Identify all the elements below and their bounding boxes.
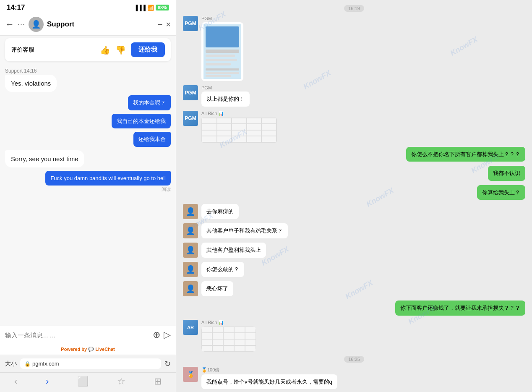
bubble-col: 你算给我头上？ <box>477 185 525 200</box>
bottom-nav: ‹ › ⬜ ☆ ⊞ <box>0 372 176 392</box>
avatar-icon: PGM <box>185 21 196 26</box>
image-bubble <box>201 327 256 352</box>
tc <box>212 327 223 333</box>
size-label: 大小 <box>5 360 17 368</box>
avatar-icon: 👤 <box>186 207 195 216</box>
bubble: 我能点号，给个v号就能凤好几天或者永久，需要的q <box>201 374 337 389</box>
bubble: 去你麻痹的 <box>201 204 239 219</box>
sender-label: Support 14:16 <box>5 68 37 74</box>
status-bar: 14:17 ▐▐▐ 📶 88% <box>0 0 176 13</box>
svg-rect-8 <box>206 75 231 77</box>
bubble-col: PGM <box>201 16 243 81</box>
bubble: 你算给我头上？ <box>477 185 525 200</box>
minimize-button[interactable]: − <box>158 20 163 29</box>
tabs-button[interactable]: ⊞ <box>154 376 162 387</box>
table-cell <box>217 118 232 124</box>
message-row: 你怎么不把你名下所有客户都算我头上？？？ <box>183 147 525 162</box>
message-row: 你下面客户还赚钱了，就要让我来承担损失？？？ <box>183 301 525 316</box>
sender-name: 🏅100倍 <box>201 367 337 373</box>
lock-icon: 🔒 <box>24 361 31 367</box>
url-text: pgmfx.com <box>32 361 59 367</box>
send-button[interactable]: ▷ <box>164 329 171 340</box>
bubble: 恶心坏了 <box>201 281 233 296</box>
tc <box>223 333 234 339</box>
rating-bar: 评价客服 👍 👎 还给我 <box>5 38 171 61</box>
image-placeholder <box>203 24 241 79</box>
tc <box>223 339 234 345</box>
tc <box>223 345 234 352</box>
message-row: AR All Rich 📊 <box>183 320 525 352</box>
avatar: AR <box>183 320 198 335</box>
brand-name: LiveChat <box>95 347 115 352</box>
bubble: 其他客户单子和我有鸡毛关系？ <box>201 223 288 238</box>
url-bar: 大小 🔒 pgmfx.com ↻ <box>0 355 176 372</box>
message-row: 👤 去你麻痹的 <box>183 204 525 219</box>
refresh-button[interactable]: ↻ <box>164 359 171 368</box>
thumbdown-button[interactable]: 👎 <box>115 45 126 55</box>
avatar-icon: 👤 <box>31 20 41 29</box>
bubble: 我自己的本金还给我 <box>112 114 171 129</box>
battery-badge: 88% <box>156 5 169 10</box>
table-cell <box>217 136 232 142</box>
back-nav-button[interactable]: ‹ <box>14 376 17 387</box>
svg-rect-6 <box>206 68 239 71</box>
table-cell <box>247 124 262 130</box>
bubble: 你下面客户还赚钱了，就要让我来承担损失？？？ <box>395 301 525 316</box>
bubble-col: PGM 以上都是你的！ <box>201 85 250 107</box>
tc <box>223 327 234 333</box>
table-cell <box>247 130 262 136</box>
signal-icon: ▐▐▐ <box>134 5 146 11</box>
tc <box>212 339 223 345</box>
share-button[interactable]: ⬜ <box>77 376 89 387</box>
avatar: 👤 <box>183 204 198 219</box>
message-row: 👤 恶心坏了 <box>183 281 525 296</box>
avatar: 🏅 <box>183 367 198 382</box>
bubble: 其他客户盈利算我头上 <box>201 243 266 258</box>
rating-label: 评价客服 <box>11 46 95 54</box>
bubble: 你怎么敢的？ <box>201 262 244 277</box>
tc <box>234 333 245 339</box>
message-input[interactable] <box>5 332 149 339</box>
more-button[interactable]: ··· <box>18 20 25 29</box>
avatar: PGM <box>183 111 198 126</box>
bubble-col: 其他客户盈利算我头上 <box>201 243 266 258</box>
bookmark-button[interactable]: ☆ <box>117 376 125 387</box>
avatar-label: AR <box>187 325 194 330</box>
message-row: 还给我本金 <box>5 132 171 147</box>
avatar: PGM <box>183 85 198 100</box>
right-panel: KnowFX KnowFX KnowFX KnowFX KnowFX KnowF… <box>176 0 532 392</box>
add-button[interactable]: ⊕ <box>153 329 160 340</box>
tc <box>201 333 212 339</box>
bubble: 我的本金呢？ <box>128 95 171 110</box>
bubble-col: 其他客户单子和我有鸡毛关系？ <box>201 223 288 238</box>
message-row: 我都不认识 <box>183 166 525 181</box>
thumbup-button[interactable]: 👍 <box>100 45 110 55</box>
wifi-icon: 📶 <box>147 5 154 11</box>
timestamp: 16:25 <box>344 356 364 363</box>
forward-nav-button[interactable]: › <box>46 376 49 387</box>
return-button[interactable]: 还给我 <box>131 42 165 57</box>
bubble: Fuck you damn bandits will eventually go… <box>45 171 171 186</box>
table-cell <box>261 130 276 136</box>
timestamp: 16:19 <box>344 5 364 12</box>
svg-rect-1 <box>206 26 239 47</box>
chat-title: Support <box>47 20 154 29</box>
tc <box>212 345 223 352</box>
table-cell <box>232 124 247 130</box>
message-row: 你算给我头上？ <box>183 185 525 200</box>
nav-bar: ← ··· 👤 Support − × <box>0 13 176 36</box>
table-cell <box>261 124 276 130</box>
image-bubble <box>201 22 243 81</box>
url-display[interactable]: 🔒 pgmfx.com <box>20 358 161 369</box>
back-button[interactable]: ← <box>5 19 14 30</box>
bubble: Yes, violations <box>5 75 57 92</box>
message-row: 🏅 🏅100倍 我能点号，给个v号就能凤好几天或者永久，需要的q <box>183 367 525 389</box>
bubble: Sorry, see you next time <box>5 150 84 167</box>
close-button[interactable]: × <box>166 20 171 29</box>
bubble-col: 你怎么不把你名下所有客户都算我头上？？？ <box>406 147 525 162</box>
bubble-col: 恶心坏了 <box>201 281 233 296</box>
avatar-icon: 👤 <box>186 284 195 293</box>
table-cell <box>232 118 247 124</box>
message-row: Fuck you damn bandits will eventually go… <box>5 171 171 193</box>
table-cell <box>247 118 262 124</box>
